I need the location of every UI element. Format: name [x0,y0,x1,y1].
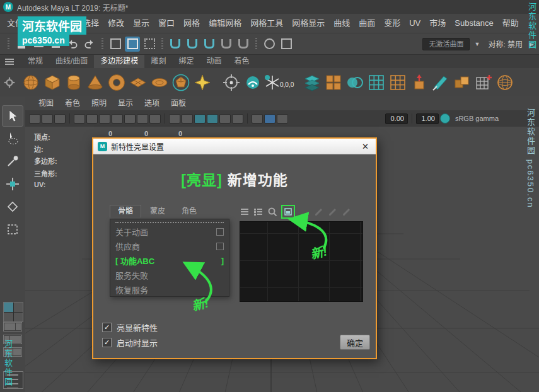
close-icon[interactable]: ✕ [359,142,371,151]
antialiasing-icon[interactable] [277,114,288,124]
menu-deform[interactable]: 变形 [380,14,405,33]
menu-mesh-display[interactable]: 网格显示 [287,14,329,33]
editor-toggle-button[interactable] [279,37,294,52]
scale-tool[interactable] [2,219,23,240]
extrude-button[interactable] [409,70,430,95]
checkbox-checked-icon[interactable]: ✓ [102,323,112,332]
select-hierarchy-button[interactable] [108,37,123,52]
menu-help[interactable]: 帮助 [498,14,523,33]
make-live-button[interactable] [236,37,251,52]
highlight-new-features-option[interactable]: ✓ 亮显新特性 [102,321,158,333]
shelf-tab-rendering[interactable]: 着色 [228,55,255,68]
safe-title-icon[interactable] [149,114,161,124]
shelf-tab-sculpting[interactable]: 雕刻 [144,55,172,68]
dialog-titlebar[interactable]: M 新特性亮显设置 ✕ [93,139,376,154]
panel-menu-renderer[interactable]: 选项 [139,96,165,110]
film-gate-icon[interactable] [86,114,98,124]
construction-history-button[interactable] [262,37,277,52]
select-camera-icon[interactable] [29,114,40,124]
snap-point-button[interactable] [202,37,217,52]
show-on-startup-option[interactable]: ✓ 启动时显示 [102,337,158,349]
menu-surfaces[interactable]: 曲面 [354,14,380,33]
snap-curve-button[interactable] [185,37,200,52]
menu-display[interactable]: 显示 [129,14,154,33]
exposure-field[interactable]: 0.00 [385,113,408,124]
platonic-solid-button[interactable] [170,70,192,95]
shelf-tab-general[interactable]: 常规 [21,55,49,68]
shelf-tab-rigging[interactable]: 绑定 [172,55,200,68]
poly-cone-button[interactable] [84,70,106,95]
snap-to-ground-button[interactable] [242,70,264,95]
snap-plane-button[interactable] [219,37,234,52]
panel-menu-show[interactable]: 显示 [112,96,139,110]
image-plane-icon[interactable] [54,114,66,124]
multi-cut-button[interactable] [430,70,451,95]
lock-camera-icon[interactable] [42,114,53,124]
textured-icon[interactable] [194,114,206,124]
poly-sphere-button[interactable] [20,70,42,95]
edit-icon[interactable] [342,207,352,217]
poly-torus-button[interactable] [106,70,127,95]
toolbar-grip[interactable] [8,38,9,50]
layout-two-pane-button[interactable] [3,322,22,331]
rotate-tool[interactable] [2,196,23,217]
wrap-sphere-button[interactable] [494,70,516,95]
symmetry-dropdown[interactable]: 对称: 禁用 [484,38,526,49]
tab-skeleton[interactable]: 骨骼 [110,205,141,217]
live-surface-field[interactable]: 无激活曲面 [422,38,470,50]
panel-menu-view[interactable]: 视图 [33,96,59,110]
combine-button[interactable] [451,70,473,95]
menu-edit-mesh[interactable]: 编辑网格 [204,14,246,33]
menu-substance[interactable]: Substance [450,14,497,33]
panel-menu-shading[interactable]: 着色 [59,96,86,110]
edit-icon[interactable] [314,207,324,217]
select-object-button[interactable] [125,37,140,52]
smooth-shade-icon[interactable] [182,114,193,124]
retopologize-button[interactable] [387,70,409,95]
select-component-button[interactable] [142,37,157,52]
poly-plane-button[interactable] [127,70,149,95]
window-titlebar[interactable]: M Autodesk Maya LT 2019: 无标题* [0,0,539,14]
tab-skin[interactable]: 蒙皮 [142,205,173,217]
menu-marketplace[interactable]: 市场 [425,14,450,33]
list-view-icon[interactable] [240,207,250,217]
move-tool[interactable] [2,173,23,195]
toolbar-grip[interactable] [255,38,257,50]
use-all-lights-icon[interactable] [207,114,218,124]
gamma-field[interactable]: 1.00 [416,113,439,124]
menu-mesh-tools[interactable]: 网格工具 [246,14,287,33]
grid-toggle-icon[interactable] [74,114,85,124]
detail-list-icon[interactable] [253,207,264,217]
lasso-tool[interactable] [2,128,23,149]
menu-modify[interactable]: 修改 [103,14,129,33]
snap-together-button[interactable]: 0,0,0 [264,74,294,91]
toolbar-grip[interactable] [161,38,163,50]
boolean-button[interactable] [344,70,366,95]
panel-menu-lighting[interactable]: 照明 [86,96,112,110]
gear-icon[interactable] [4,77,15,88]
menu-item[interactable]: 关于动画 [110,224,229,239]
poly-disc-button[interactable] [149,70,170,95]
edit-icon[interactable] [328,207,338,217]
remesh-button[interactable] [366,70,387,95]
chevron-down-icon[interactable]: ▼ [472,41,482,47]
search-icon[interactable] [267,207,277,217]
menu-mesh[interactable]: 网格 [179,14,204,33]
menu-uv[interactable]: UV [405,14,425,33]
menu-item[interactable]: 服务失败 [110,268,229,282]
paint-select-tool[interactable] [2,151,23,172]
menu-windows[interactable]: 窗口 [154,14,179,33]
wireframe-icon[interactable] [169,114,180,124]
duplicate-grid-button[interactable] [323,70,344,95]
toolbar-grip[interactable] [101,38,103,50]
shelf-tab-curves-surfaces[interactable]: 曲线/曲面 [49,55,94,68]
isolate-select-icon[interactable] [252,114,263,124]
resolution-gate-icon[interactable] [99,114,110,124]
poly-cube-button[interactable] [42,70,63,95]
field-chart-icon[interactable] [124,114,136,124]
tab-character[interactable]: 角色 [174,205,204,217]
layer-stack-button[interactable] [301,70,323,95]
shelf-tab-poly-modeling[interactable]: 多边形建模 [94,55,144,68]
four-view-layout-button[interactable] [3,302,23,322]
snap-grid-button[interactable] [168,37,183,52]
